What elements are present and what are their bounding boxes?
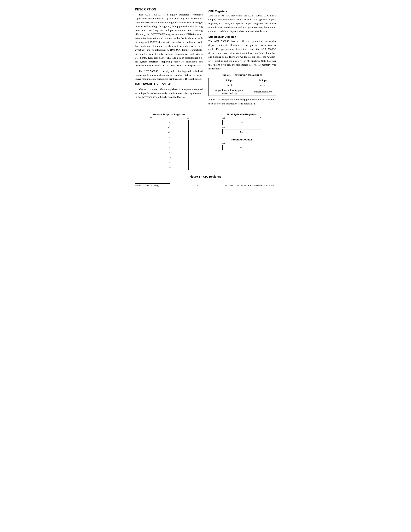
table-row: one of: one of: xyxy=(208,83,276,88)
table-row: integer, branch, floating-point,integer … xyxy=(208,88,276,96)
table-header-mpipe: M Pipe xyxy=(250,78,276,83)
table1-title: Table 1 – Instruction Issue Rules xyxy=(208,74,276,76)
lo-bit-low: 0 xyxy=(260,126,261,129)
superscalar-dispatch-title: Superscalar Dispatch xyxy=(208,35,276,38)
gpr-row-r2: r2 xyxy=(150,130,188,135)
pc-bit-low: 0 xyxy=(260,142,261,145)
gpr-bit-high: 63 xyxy=(150,117,152,120)
footer-left: Aeroflex Circuit Technology xyxy=(135,183,170,187)
gpr-rows: 0 r1 r2 • • • • r29 r30 r31 xyxy=(150,120,188,170)
hi-bit-labels: 63 0 xyxy=(223,117,261,120)
right-diagrams: Multiply/Divide Registers 63 0 HI 63 0 L… xyxy=(223,113,261,150)
gpr-row-dot3: • xyxy=(150,145,188,150)
description-title: DESCRIPTION xyxy=(135,8,203,11)
gpr-row-r29: r29 xyxy=(150,155,188,160)
page: DESCRIPTION The ACT 7000SC is a highly i… xyxy=(135,8,276,187)
lo-bit-labels: 63 0 xyxy=(223,126,261,129)
gpr-row-dot2: • xyxy=(150,140,188,145)
gpr-diagram: General Purpose Registers 63 0 0 r1 r2 •… xyxy=(150,113,188,170)
figure2-text: Figure 2 is a simplification of the pipe… xyxy=(208,98,276,106)
program-counter-title: Program Counter xyxy=(232,138,252,141)
main-content: DESCRIPTION The ACT 7000SC is a highly i… xyxy=(135,8,276,107)
footer: Aeroflex Circuit Technology 2 SCD7000SC … xyxy=(135,182,276,187)
hi-register-row: HI xyxy=(223,120,261,125)
hi-bit-low: 0 xyxy=(260,117,261,120)
gpr-row-dot1: • xyxy=(150,135,188,140)
table-cell-fpipe-row2: integer, branch, floating-point,integer … xyxy=(208,88,250,96)
gpr-bit-labels: 63 0 xyxy=(150,117,188,120)
figure1-caption: Figure 1 – CP0 Registers xyxy=(135,175,276,178)
table-header-fpipe: F Pipe xyxy=(208,78,250,83)
superscalar-dispatch-para1: The ACT 7000SC has an efficient symmetri… xyxy=(208,39,276,71)
table-cell-mpipe-row2: integer, load/store xyxy=(250,88,276,96)
hardware-overview-para1: The ACT 7000SC offers a high-level of in… xyxy=(135,87,203,99)
cpu-registers-title: CPU Registers xyxy=(208,10,276,13)
pc-bit-labels: 63 0 xyxy=(223,142,261,145)
gpr-row-r1: r1 xyxy=(150,125,188,130)
left-column: DESCRIPTION The ACT 7000SC is a highly i… xyxy=(135,8,203,107)
gpr-bit-low: 0 xyxy=(187,117,188,120)
gpr-title: General Purpose Registers xyxy=(153,113,186,116)
description-para1: The ACT 7000SC is a highly integrated sy… xyxy=(135,13,203,68)
program-counter-group: Program Counter 63 0 PC xyxy=(223,138,261,150)
hardware-overview-title: HARDWARE OVERVIEW xyxy=(135,82,203,86)
figure-section: General Purpose Registers 63 0 0 r1 r2 •… xyxy=(135,113,276,170)
multiply-divide-group: Multiply/Divide Registers 63 0 HI 63 0 L… xyxy=(223,113,261,134)
footer-page-number: 2 xyxy=(197,184,198,187)
hi-bit-high: 63 xyxy=(223,117,225,120)
right-column: CPU Registers Like all MIPS ISA processo… xyxy=(208,8,276,107)
lo-bit-high: 63 xyxy=(223,126,225,129)
gpr-row-dot4: • xyxy=(150,150,188,155)
footer-company: Aeroflex Circuit Technology xyxy=(135,184,159,187)
footer-right: SCD7000SC REV B 7/30/01 Plainview NY (51… xyxy=(225,184,276,187)
table-cell-fpipe-row1: one of: xyxy=(208,83,250,88)
gpr-row-0: 0 xyxy=(150,120,188,125)
lo-register-row: LO xyxy=(223,129,261,134)
cpu-registers-para1: Like all MIPS ISA processors, the ACT 70… xyxy=(208,14,276,33)
pc-register-row: PC xyxy=(223,145,261,150)
table-cell-mpipe-row1: one of: xyxy=(250,83,276,88)
gpr-row-r31: r31 xyxy=(150,165,188,170)
multiply-divide-title: Multiply/Divide Registers xyxy=(227,113,257,116)
instruction-issue-table: F Pipe M Pipe one of: one of: integer, b… xyxy=(208,78,276,96)
pc-bit-high: 63 xyxy=(223,142,225,145)
description-para2: The ACT 7000SC is ideally suited for hig… xyxy=(135,69,203,81)
gpr-row-r30: r30 xyxy=(150,160,188,165)
